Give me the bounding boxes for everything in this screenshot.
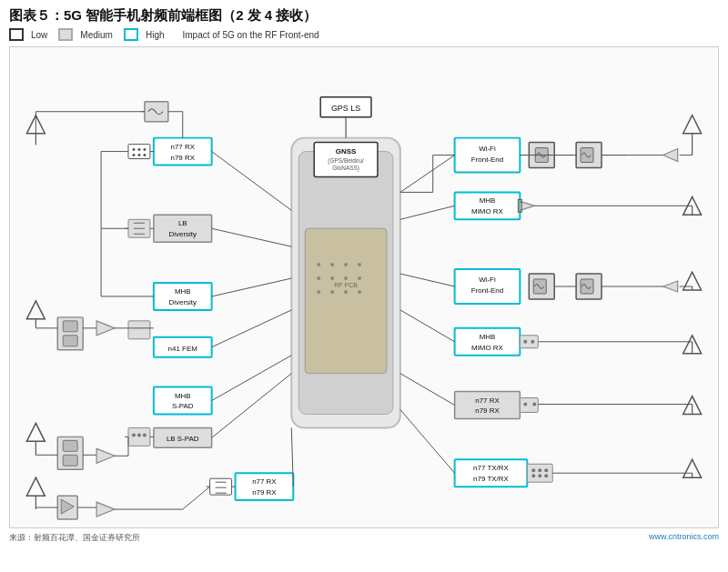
svg-point-168: [523, 403, 527, 406]
svg-point-5: [330, 263, 334, 266]
svg-point-156: [523, 340, 527, 344]
svg-rect-82: [63, 440, 77, 451]
legend-high-label: High: [146, 30, 165, 40]
svg-text:n79 RX: n79 RX: [475, 406, 500, 415]
svg-point-181: [544, 468, 548, 472]
svg-text:n41 FEM: n41 FEM: [168, 345, 197, 353]
svg-point-169: [532, 403, 536, 406]
svg-rect-141: [533, 279, 546, 294]
footer: 来源：射频百花潭、国金证券研究所 www.cntronics.com: [9, 532, 719, 544]
svg-text:n77 TX/RX: n77 TX/RX: [473, 464, 509, 472]
svg-rect-190: [145, 102, 168, 122]
footer-website: www.cntronics.com: [649, 532, 719, 544]
svg-line-107: [183, 487, 210, 509]
svg-line-65: [212, 310, 292, 347]
svg-point-9: [330, 276, 334, 280]
svg-text:n79 RX: n79 RX: [252, 488, 277, 497]
page-title: 图表５：5G 智能手机射频前端框图（2 发 4 接收）: [9, 7, 719, 25]
svg-point-7: [358, 263, 361, 266]
svg-rect-57: [63, 336, 77, 346]
svg-rect-83: [63, 455, 77, 466]
svg-text:LB S-PAD: LB S-PAD: [167, 435, 199, 443]
legend-medium-box: [58, 28, 73, 41]
svg-point-180: [538, 468, 541, 472]
svg-line-72: [212, 374, 292, 438]
diagram-svg: RF PCB GPS LS GNSS (GPS/Beidou/ GloNASS): [10, 47, 718, 527]
svg-line-71: [212, 356, 292, 401]
svg-rect-62: [128, 321, 150, 339]
svg-text:n77 RX: n77 RX: [170, 143, 195, 151]
svg-text:GNSS: GNSS: [336, 147, 357, 156]
svg-text:n77 RX: n77 RX: [252, 477, 277, 486]
svg-text:(GPS/Beidou/: (GPS/Beidou/: [328, 157, 364, 165]
svg-rect-56: [63, 321, 77, 332]
svg-text:GloNASS): GloNASS): [332, 165, 359, 172]
svg-rect-2: [305, 228, 387, 373]
svg-line-189: [400, 409, 455, 473]
legend: Low Medium High Impact of 5G on the RF F…: [9, 28, 719, 41]
svg-point-12: [317, 290, 320, 294]
svg-text:MHB: MHB: [175, 392, 191, 400]
page-container: 图表５：5G 智能手机射频前端框图（2 发 4 接收） Low Medium H…: [0, 0, 728, 572]
svg-point-36: [143, 154, 146, 156]
svg-line-64: [212, 278, 292, 296]
svg-line-47: [212, 228, 292, 246]
svg-point-157: [531, 340, 534, 344]
svg-point-10: [344, 276, 348, 280]
legend-high-box: [124, 28, 138, 41]
svg-line-37: [212, 152, 292, 211]
svg-point-31: [132, 148, 135, 151]
svg-marker-79: [26, 423, 45, 441]
svg-text:n79 RX: n79 RX: [170, 154, 195, 162]
svg-line-136: [400, 206, 455, 219]
svg-marker-115: [683, 115, 702, 134]
footer-source: 来源：射频百花潭、国金证券研究所: [9, 532, 140, 544]
legend-impact-label: Impact of 5G on the RF Front-end: [183, 30, 319, 40]
svg-point-14: [344, 290, 348, 294]
svg-point-74: [132, 433, 136, 437]
svg-marker-86: [96, 448, 115, 463]
svg-line-135: [400, 156, 455, 193]
svg-rect-28: [128, 145, 150, 159]
svg-point-182: [531, 474, 535, 477]
svg-rect-155: [520, 336, 538, 348]
legend-low-label: Low: [31, 30, 47, 40]
svg-rect-178: [527, 464, 552, 482]
svg-point-32: [137, 148, 140, 151]
diagram-area: RF PCB GPS LS GNSS (GPS/Beidou/ GloNASS): [9, 46, 719, 528]
svg-text:Diversity: Diversity: [169, 230, 197, 238]
svg-marker-105: [96, 502, 115, 517]
svg-text:MHB: MHB: [175, 287, 191, 296]
svg-text:RF PCB: RF PCB: [334, 282, 358, 288]
svg-line-162: [400, 274, 455, 286]
svg-text:MHB: MHB: [480, 333, 496, 341]
svg-point-11: [358, 276, 361, 280]
svg-text:MHB: MHB: [480, 196, 496, 205]
svg-text:MIMO RX: MIMO RX: [471, 344, 504, 352]
svg-point-6: [344, 263, 348, 266]
svg-marker-53: [26, 301, 45, 319]
svg-point-183: [538, 474, 541, 477]
svg-marker-146: [663, 281, 678, 292]
legend-medium-label: Medium: [80, 30, 113, 40]
svg-rect-73: [128, 427, 150, 446]
svg-text:n77 RX: n77 RX: [475, 396, 500, 405]
svg-point-35: [137, 154, 140, 156]
svg-marker-99: [26, 477, 45, 496]
svg-text:MIMO RX: MIMO RX: [471, 207, 504, 216]
svg-text:S-PAD: S-PAD: [172, 402, 194, 410]
svg-text:Diversity: Diversity: [169, 298, 197, 306]
svg-rect-149: [581, 279, 593, 294]
svg-text:Front-End: Front-End: [471, 156, 503, 164]
svg-text:LB: LB: [178, 219, 187, 227]
svg-marker-118: [663, 149, 678, 162]
svg-text:GPS LS: GPS LS: [331, 104, 360, 113]
svg-point-33: [143, 148, 146, 151]
svg-text:Wi-Fi: Wi-Fi: [479, 276, 496, 284]
svg-marker-60: [96, 321, 115, 336]
svg-point-13: [330, 290, 334, 294]
svg-point-184: [544, 474, 548, 477]
svg-point-179: [531, 468, 535, 472]
svg-point-76: [143, 433, 147, 437]
svg-text:Front-End: Front-End: [471, 286, 503, 295]
